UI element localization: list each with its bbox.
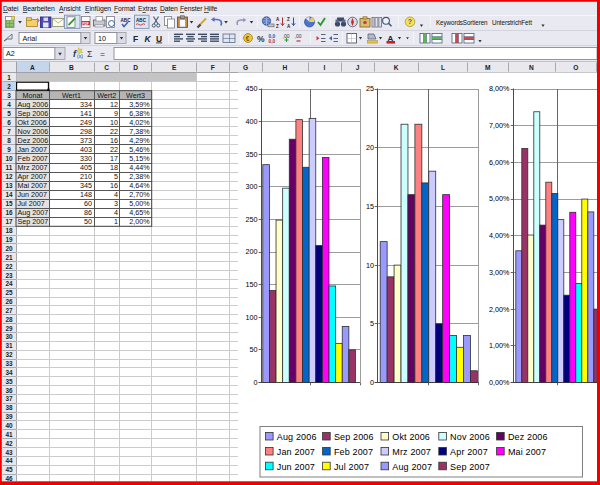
svg-text:4,29%: 4,29% [129,136,150,145]
svg-text:100: 100 [246,313,258,322]
svg-text:350: 350 [246,150,258,159]
svg-text:Z: Z [287,17,290,22]
svg-text:Mrz 2007: Mrz 2007 [392,447,431,457]
svg-text:7,00%: 7,00% [489,121,510,130]
svg-text:F: F [211,64,215,71]
svg-text:Wert2: Wert2 [97,91,116,100]
svg-text:A: A [30,64,35,71]
svg-text:5,00%: 5,00% [489,194,510,203]
svg-text:K: K [394,64,399,71]
svg-text:9: 9 [7,146,11,153]
svg-text:Arial: Arial [23,34,38,43]
svg-text:Feb 2007: Feb 2007 [18,154,48,163]
svg-text:Apr 2007: Apr 2007 [18,172,47,181]
svg-text:43: 43 [5,449,13,456]
svg-text:23: 23 [5,272,13,279]
svg-text:12: 12 [5,173,13,180]
svg-text:Sep 2006: Sep 2006 [18,109,49,118]
svg-text:A2: A2 [6,49,15,58]
svg-text:24: 24 [5,280,13,287]
svg-text:Apr 2007: Apr 2007 [450,447,488,457]
svg-text:4,44%: 4,44% [129,163,150,172]
svg-text:36: 36 [5,387,13,394]
svg-text:22: 22 [5,263,13,270]
svg-text:Sep 2006: Sep 2006 [334,432,374,442]
svg-text:16: 16 [110,181,118,190]
svg-text:9: 9 [114,109,118,118]
svg-text:13: 13 [5,182,13,189]
svg-text:12: 12 [110,100,118,109]
svg-text:1: 1 [7,74,11,81]
svg-text:0: 0 [370,378,374,387]
svg-text:Datei: Datei [3,5,19,12]
svg-text:5,46%: 5,46% [129,145,150,154]
svg-text:€: € [246,35,250,42]
svg-text:Feb 2007: Feb 2007 [334,447,373,457]
svg-text:50: 50 [84,217,92,226]
svg-text:25: 25 [5,289,13,296]
svg-text:2,00%: 2,00% [489,305,510,314]
svg-text:334: 334 [80,100,92,109]
svg-text:E: E [172,64,177,71]
svg-text:16: 16 [110,136,118,145]
svg-text:3,00%: 3,00% [489,268,510,277]
svg-text:17: 17 [110,154,118,163]
svg-text:20: 20 [366,143,374,152]
svg-text:J: J [356,64,360,71]
svg-text:Jul 2007: Jul 2007 [18,199,45,208]
svg-text:Fenster: Fenster [180,5,203,12]
svg-text:38: 38 [5,404,13,411]
svg-text:G: G [243,64,248,71]
svg-text:UnterstrichFett: UnterstrichFett [492,19,532,26]
svg-text:15: 15 [5,200,13,207]
svg-text:27: 27 [5,307,13,314]
svg-text:5: 5 [7,110,11,117]
svg-text:F: F [133,34,138,44]
svg-text:Z: Z [276,24,279,29]
svg-text:Wert1: Wert1 [62,91,81,100]
svg-text:H: H [283,64,288,71]
svg-text:373: 373 [80,136,92,145]
svg-text:298: 298 [80,127,92,136]
svg-text:Okt 2006: Okt 2006 [18,118,47,127]
svg-text:Aug 2006: Aug 2006 [277,432,317,442]
svg-text:40: 40 [5,422,13,429]
svg-text:Aug 2007: Aug 2007 [392,462,432,472]
svg-text:18: 18 [110,163,118,172]
svg-text:31: 31 [5,342,13,349]
svg-text:141: 141 [80,109,92,118]
svg-text:60: 60 [84,199,92,208]
svg-text:14: 14 [5,191,13,198]
svg-text:?: ? [408,18,412,25]
svg-text:345: 345 [80,181,92,190]
svg-text:2,00%: 2,00% [129,217,150,226]
svg-text:Mai 2007: Mai 2007 [18,181,48,190]
svg-text:,00: ,00 [295,33,302,39]
svg-text:ABC: ABC [136,18,147,23]
svg-text:150: 150 [246,280,258,289]
svg-text:10: 10 [110,118,118,127]
svg-text:11: 11 [6,164,13,171]
svg-text:26: 26 [5,298,13,305]
svg-text:45: 45 [5,466,13,473]
svg-text:34: 34 [5,369,13,376]
svg-text:50: 50 [250,345,258,354]
svg-text:29: 29 [5,325,13,332]
svg-text:4: 4 [114,190,118,199]
svg-text:(x): (x) [77,53,83,59]
svg-text:3,59%: 3,59% [129,100,150,109]
svg-text:Jun 2007: Jun 2007 [18,190,48,199]
svg-text:210: 210 [80,172,92,181]
svg-text:21: 21 [5,254,13,261]
svg-text:7,38%: 7,38% [129,127,150,136]
svg-text:2: 2 [7,83,11,90]
svg-text:18: 18 [5,227,13,234]
svg-text:250: 250 [246,215,258,224]
svg-text:405: 405 [80,163,92,172]
svg-text:Einfügen: Einfügen [85,5,111,13]
svg-text:1,00%: 1,00% [489,341,510,350]
svg-text:5: 5 [114,172,118,181]
svg-text:403: 403 [80,145,92,154]
svg-text:15: 15 [366,202,374,211]
svg-text:Dez 2006: Dez 2006 [508,432,548,442]
